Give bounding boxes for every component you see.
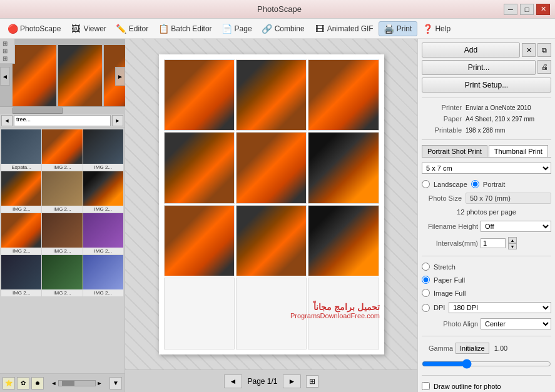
nav-left-btn[interactable]: ◄ bbox=[1, 115, 13, 126]
print-setup-button[interactable]: Print Setup... bbox=[422, 78, 551, 93]
dpi-select[interactable]: 180 DPI 300 DPI 96 DPI bbox=[449, 302, 551, 313]
star-icon[interactable]: ⭐ bbox=[3, 377, 15, 389]
portrait-shot-tab[interactable]: Portrait Shot Print bbox=[422, 145, 487, 157]
dpi-radio[interactable] bbox=[422, 304, 430, 312]
grid-cell-8[interactable]: IMG 2... bbox=[42, 213, 82, 254]
grid-cell-1[interactable]: Espata... bbox=[1, 129, 41, 171]
grid-img-11 bbox=[42, 255, 82, 289]
minimize-button[interactable]: ─ bbox=[504, 4, 517, 15]
batch-editor-icon: 📋 bbox=[158, 24, 168, 34]
editor-icon: ✏️ bbox=[116, 24, 126, 34]
photo-align-label: Photo Align bbox=[422, 320, 478, 328]
grid-img-6 bbox=[83, 171, 123, 206]
bottom-icons: ⭐ ✿ ☻ bbox=[3, 377, 44, 389]
menu-page[interactable]: 📄 Page bbox=[217, 22, 257, 36]
menu-photoscape[interactable]: 🔴 PhotoScape bbox=[3, 22, 66, 36]
tree-expand-1[interactable]: ⊞ bbox=[3, 40, 12, 47]
grid-label-10: IMG 2... bbox=[1, 289, 41, 296]
viewer-icon: 🖼 bbox=[71, 24, 81, 34]
remove-button[interactable]: ✕ bbox=[522, 43, 536, 57]
close-button[interactable]: ✕ bbox=[536, 4, 550, 15]
nav-right-btn[interactable]: ► bbox=[112, 115, 123, 126]
menu-print[interactable]: 🖨️ Print bbox=[379, 21, 418, 36]
grid-img-9 bbox=[83, 213, 123, 248]
menu-viewer[interactable]: 🖼 Viewer bbox=[66, 22, 111, 36]
thumbnail-print-tab[interactable]: Thumbnail Print bbox=[489, 145, 548, 157]
print-icon: 🖨️ bbox=[384, 24, 394, 34]
flower-icon[interactable]: ✿ bbox=[17, 377, 29, 389]
menu-help[interactable]: ❓ Help bbox=[417, 22, 456, 36]
filename-height-select[interactable]: Off Small Medium bbox=[481, 221, 551, 232]
filename-height-row: Filename Height Off Small Medium bbox=[422, 219, 551, 233]
grid-cell-11[interactable]: IMG 2... bbox=[42, 255, 82, 296]
grid-label-6: IMG 2... bbox=[83, 206, 123, 213]
scroll-left[interactable]: ◄ bbox=[51, 380, 57, 386]
face-icon[interactable]: ☻ bbox=[31, 377, 44, 389]
intervals-input[interactable] bbox=[481, 238, 506, 248]
copy-button[interactable]: ⧉ bbox=[537, 43, 551, 57]
scroll-down-btn[interactable]: ▼ bbox=[109, 377, 122, 389]
grid-cell-2[interactable]: IMG 2... bbox=[42, 129, 82, 171]
gamma-init-button[interactable]: Initialize bbox=[456, 343, 489, 354]
grid-label-5: IMG 2... bbox=[42, 206, 82, 213]
menu-combine[interactable]: 🔗 Combine bbox=[257, 22, 310, 36]
tree-expand-2[interactable]: ⊞ bbox=[3, 48, 12, 54]
menu-animated-gif[interactable]: 🎞 Animated GIF bbox=[310, 22, 379, 36]
grid-cell-5[interactable]: IMG 2... bbox=[42, 171, 82, 213]
menu-bar: 🔴 PhotoScape 🖼 Viewer ✏️ Editor 📋 Batch … bbox=[0, 19, 555, 39]
photo-size-label: Photo Size bbox=[422, 194, 466, 202]
paper-full-label: Paper Full bbox=[434, 276, 465, 284]
landscape-radio[interactable] bbox=[422, 180, 430, 188]
maximize-button[interactable]: □ bbox=[520, 4, 534, 15]
scroll-track[interactable] bbox=[58, 380, 96, 386]
draw-outline-checkbox[interactable] bbox=[422, 382, 430, 390]
strip-scrollbar[interactable] bbox=[0, 106, 125, 114]
portrait-radio[interactable] bbox=[471, 180, 479, 188]
strip-thumb-2[interactable] bbox=[58, 45, 102, 108]
prev-page-btn[interactable]: ◄ bbox=[224, 374, 243, 388]
bottom-bar: ⭐ ✿ ☻ ◄ ► ▼ bbox=[0, 373, 125, 392]
menu-batch-editor[interactable]: 📋 Batch Editor bbox=[153, 22, 216, 36]
fit-page-btn[interactable]: ⊞ bbox=[306, 375, 318, 388]
paper-full-radio[interactable] bbox=[422, 276, 430, 284]
add-button[interactable]: Add bbox=[422, 43, 520, 58]
size-dropdown[interactable]: 5 x 7 cm 4 x 6 cm 3.5 x 5 cm bbox=[422, 163, 551, 174]
strip-nav-left[interactable]: ◄ bbox=[0, 67, 10, 86]
printer-icon-btn[interactable]: 🖨 bbox=[537, 60, 551, 74]
next-page-btn[interactable]: ► bbox=[283, 374, 302, 388]
grid-cell-4[interactable]: IMG 2... bbox=[1, 171, 41, 213]
strip-thumb-1[interactable] bbox=[13, 45, 56, 108]
grid-cell-3[interactable]: IMG 2... bbox=[83, 129, 123, 171]
preview-cell-12 bbox=[308, 278, 379, 349]
grid-cell-9[interactable]: IMG 2... bbox=[83, 213, 123, 254]
grid-cell-12[interactable]: IMG 2... bbox=[83, 255, 123, 296]
grid-cell-7[interactable]: IMG 2... bbox=[1, 213, 41, 254]
print-button[interactable]: Print... bbox=[422, 60, 536, 75]
divider-4 bbox=[422, 336, 551, 336]
menu-editor[interactable]: ✏️ Editor bbox=[111, 22, 153, 36]
gamma-slider[interactable] bbox=[422, 359, 551, 369]
intervals-down[interactable]: ▼ bbox=[508, 243, 517, 249]
tree-expand-3[interactable]: ⊞ bbox=[3, 55, 12, 62]
preview-cell-5 bbox=[236, 132, 307, 204]
photo-align-select[interactable]: Center Left Right bbox=[481, 318, 551, 329]
scroll-right[interactable]: ► bbox=[97, 380, 103, 386]
photos-per-page: 12 photos per page bbox=[422, 207, 551, 217]
animated-gif-icon: 🎞 bbox=[315, 24, 325, 34]
grid-label-1: Espata... bbox=[1, 164, 41, 171]
gamma-slider-row bbox=[422, 358, 551, 370]
image-full-row: Image Full bbox=[422, 288, 551, 298]
scroll-thumb bbox=[62, 381, 74, 386]
grid-img-8 bbox=[42, 213, 82, 248]
right-panel: Add ✕ ⧉ Print... 🖨 Print Setup... Printe… bbox=[417, 39, 555, 392]
grid-cell-10[interactable]: IMG 2... bbox=[1, 255, 41, 296]
printer-label: Printer bbox=[422, 104, 466, 111]
stretch-radio[interactable] bbox=[422, 263, 430, 271]
divider-1 bbox=[422, 98, 551, 98]
grid-cell-6[interactable]: IMG 2... bbox=[83, 171, 123, 213]
strip-nav-right[interactable]: ► bbox=[115, 67, 125, 86]
intervals-up[interactable]: ▲ bbox=[508, 237, 517, 243]
image-full-radio[interactable] bbox=[422, 289, 430, 297]
paper-label: Paper bbox=[422, 115, 466, 123]
folder-path[interactable]: tree... bbox=[14, 115, 111, 126]
